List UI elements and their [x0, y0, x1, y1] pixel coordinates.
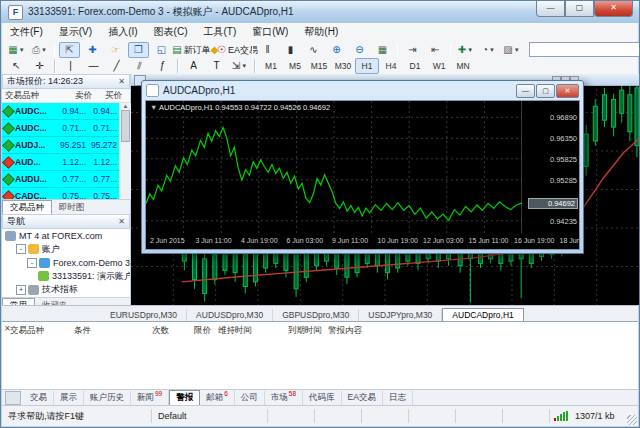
chart-plot-area[interactable]: ▼ AUDCADpro,H1 0.94553 0.94722 0.94526 0… [145, 100, 580, 250]
timeframe-d1-button[interactable]: D1 [403, 58, 427, 74]
terminal-tab[interactable]: 日志 [383, 391, 413, 406]
chart-window-audcad[interactable]: AUDCADpro,H1 — ▢ ✕ ▼ AUDCADpro,H1 0.9455… [141, 80, 584, 254]
terminal-tab[interactable]: 警报 [169, 390, 200, 406]
zoom-in-button[interactable]: ⊕ [326, 42, 347, 58]
bars-chart-button[interactable]: ǁ [257, 42, 278, 58]
chart-restore-button[interactable]: ▢ [536, 84, 555, 98]
minimize-button[interactable]: — [536, 1, 565, 17]
tile-windows-button[interactable]: ▦ [372, 42, 393, 58]
terminal-tab[interactable]: 邮箱6 [200, 389, 235, 406]
market-watch-header[interactable]: 市场报价: 14:26:23 ✕ [2, 74, 130, 89]
periods-button[interactable]: ◔▼ [478, 42, 499, 58]
chart-close-button[interactable]: ✕ [556, 84, 579, 98]
auto-scroll-button[interactable]: ⇥ [402, 42, 423, 58]
market-watch-scrollbar[interactable]: ▲ [119, 103, 131, 199]
arrow-tool-button[interactable]: ↖ [6, 58, 27, 74]
timeframe-m15-button[interactable]: M15 [307, 58, 331, 74]
tree-item[interactable]: MT 4 at FOREX.com [2, 229, 130, 243]
market-watch-row[interactable]: AUDC...0.94...0.94... [2, 103, 119, 120]
mw-column-header[interactable]: 买价 [92, 90, 122, 102]
cursor-mode-button[interactable]: ⇱ [59, 42, 80, 58]
crosshair-tool-button[interactable]: ✛ [29, 58, 50, 74]
collapse-icon[interactable]: - [27, 258, 37, 268]
timeframe-w1-button[interactable]: W1 [427, 58, 451, 74]
terminal-tab[interactable]: 市场58 [265, 389, 303, 406]
status-profile[interactable]: Default [152, 409, 268, 423]
navigator-close-icon[interactable]: ✕ [118, 217, 125, 226]
terminal-column-header[interactable]: 维持时间 [218, 325, 252, 337]
menu-item[interactable]: 插入(I) [100, 23, 145, 41]
hand-pointer-button[interactable]: ☞ [105, 42, 126, 58]
tree-item[interactable]: 33133591: 演示账户 [2, 270, 130, 284]
search-input[interactable] [529, 42, 640, 57]
fibonacci-tool-button[interactable]: ƒ [152, 58, 173, 74]
mw-column-header[interactable]: 交易品种 [5, 90, 59, 102]
market-watch-row[interactable]: AUDU...0.77...0.77... [2, 171, 119, 188]
tree-item[interactable]: -账户 [2, 243, 130, 257]
mw-column-header[interactable]: 卖价 [59, 90, 92, 102]
profiles-button[interactable]: ⎙▼ [29, 42, 50, 58]
terminal-column-header[interactable]: 警报内容 [328, 325, 362, 337]
menu-item[interactable]: 帮助(H) [296, 23, 346, 41]
market-watch-row[interactable]: AUD...1.12...1.12... [2, 154, 119, 171]
navigator-header[interactable]: 导航 ✕ [2, 214, 130, 229]
text-tool-button[interactable]: A [183, 58, 204, 74]
menu-item[interactable]: 窗口(W) [244, 23, 296, 41]
arrows-tool-button[interactable]: ⇲▼ [229, 58, 250, 74]
terminal-tab[interactable]: 账户历史 [84, 391, 131, 406]
timeframe-h1-button[interactable]: H1 [355, 58, 379, 74]
terminal-tab[interactable]: 公司 [235, 391, 265, 406]
timeframe-h4-button[interactable]: H4 [379, 58, 403, 74]
chart-window-titlebar[interactable]: AUDCADpro,H1 — ▢ ✕ [142, 81, 583, 99]
collapse-icon[interactable]: - [16, 244, 26, 254]
channel-tool-button[interactable]: ⫽ [129, 58, 150, 74]
maximize-button[interactable]: ▢ [565, 1, 594, 17]
market-watch-row[interactable]: AUDJ...95.25195.272 [2, 137, 119, 154]
menu-item[interactable]: 工具(T) [195, 23, 244, 41]
timeframe-m1-button[interactable]: M1 [259, 58, 283, 74]
hline-tool-button[interactable]: — [83, 58, 104, 74]
indicators-button[interactable]: ✚▼ [455, 42, 476, 58]
label-tool-button[interactable]: T [206, 58, 227, 74]
tree-item[interactable]: -Forex.com-Demo 3 [2, 256, 130, 270]
toolbar-separator [397, 43, 398, 57]
menu-item[interactable]: 图表(C) [146, 23, 196, 41]
trendline-tool-button[interactable]: ╱ [106, 58, 127, 74]
tree-item[interactable]: +技术指标 [2, 283, 130, 297]
terminal-column-header[interactable]: 到期时间 [288, 325, 322, 337]
chart-shift-button[interactable]: ⇤ [425, 42, 446, 58]
terminal-tab[interactable]: 代码库 [303, 391, 342, 406]
terminal-column-header[interactable]: 交易品种 [10, 325, 44, 337]
terminal-tab[interactable]: 新闻99 [131, 389, 169, 406]
new-chart-button[interactable]: ▦▼ [6, 42, 27, 58]
menu-item[interactable]: 显示(V) [51, 23, 100, 41]
market-watch-row[interactable]: AUDC...0.71...0.71... [2, 120, 119, 137]
title-bar[interactable]: F 33133591: Forex.com-Demo 3 - 模拟账户 - AU… [1, 1, 639, 23]
market-watch-close-icon[interactable]: ✕ [118, 77, 125, 86]
ea-trade-button[interactable]: ☉EA交易 [227, 42, 248, 58]
resize-grip[interactable] [627, 415, 637, 425]
zoom-out-button[interactable]: ⊖ [349, 42, 370, 58]
terminal-column-header[interactable]: 条件 [74, 325, 91, 337]
timeframe-m5-button[interactable]: M5 [283, 58, 307, 74]
templates-button[interactable]: ▨▼ [501, 42, 522, 58]
crosshair-mode-button[interactable]: ✚ [82, 42, 103, 58]
terminal-tab[interactable]: 交易 [24, 391, 54, 406]
vline-tool-button[interactable]: | [60, 58, 81, 74]
timeframe-m30-button[interactable]: M30 [331, 58, 355, 74]
terminal-tab[interactable]: EA交易 [342, 391, 383, 406]
chart-minimize-button[interactable]: — [516, 84, 535, 98]
expand-icon[interactable]: + [16, 285, 26, 295]
terminal-column-header[interactable]: 限价 [194, 325, 211, 337]
new-order-button[interactable]: ▤新订单 [181, 42, 202, 58]
menu-item[interactable]: 文件(F) [2, 23, 51, 41]
line-chart-button[interactable]: ∿ [303, 42, 324, 58]
data-window-button[interactable]: ❒ [128, 42, 149, 58]
chart-tab[interactable]: AUDCADpro,H1 [442, 308, 523, 322]
terminal-tab[interactable]: 展示 [54, 391, 84, 406]
close-button[interactable]: ✕ [594, 1, 633, 17]
terminal-column-header[interactable]: 次数 [152, 325, 169, 337]
timeframe-mn-button[interactable]: MN [451, 58, 475, 74]
zoom-window-button[interactable]: ◱ [151, 42, 172, 58]
candles-chart-button[interactable]: ▮ [280, 42, 301, 58]
